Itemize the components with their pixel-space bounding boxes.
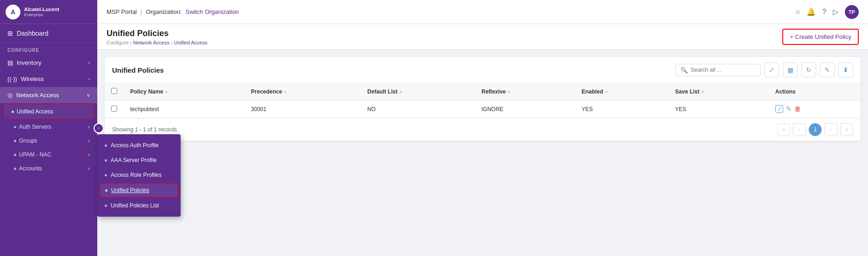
sort-default-list: ≡ [399,89,402,94]
col-save-list[interactable]: Save List ≡ [669,83,769,100]
sort-reflexive: ≡ [508,89,510,94]
submenu-unified-policies-list[interactable]: Unified Policies List [97,198,181,213]
sidebar: A Alcatel-Lucent Enterprise ‹ ⊞ Dashboar… [0,0,97,256]
groups-chevron: › [88,137,90,144]
search-icon[interactable]: ○ [795,8,800,16]
sidebar-item-network-access[interactable]: ◎ Network Access ∨ [0,87,97,103]
sort-policy-name: ≡ [165,89,168,94]
pagination: « ‹ 1 › » [777,123,853,136]
topbar: MSP Portal | Organization: Switch Organi… [97,0,868,24]
policies-table: Policy Name ≡ Precedence ≡ [105,83,861,118]
columns-icon-btn[interactable]: ▦ [783,62,798,77]
table-footer: Showing 1 - 1 of 1 records « ‹ 1 › » [105,118,861,141]
sidebar-network-access-label: Network Access [16,92,59,99]
sidebar-accounts-label: Accounts [19,165,42,172]
cell-default-list: NO [361,100,475,118]
cell-save-list: YES [669,100,769,118]
wireless-icon: ((·)) [7,75,17,82]
search-input[interactable] [691,67,755,73]
card-title: Unified Policies [112,66,164,74]
col-reflexive[interactable]: Reflexive ≡ [475,83,575,100]
bell-icon[interactable]: 🔔 [806,7,816,16]
upam-nac-chevron: › [88,151,90,158]
select-all-checkbox[interactable] [111,88,117,94]
select-all-header[interactable] [105,83,124,100]
action-delete-btn[interactable]: 🗑 [794,105,801,113]
help-icon[interactable]: ? [822,8,826,16]
collapse-button[interactable]: ‹ [94,123,104,133]
sidebar-wireless-label: Wireless [21,75,44,82]
inventory-chevron: › [88,60,90,65]
topbar-org-label: Organization: [146,8,182,15]
arrow-icon[interactable]: ▷ [833,7,838,16]
sidebar-item-auth-servers[interactable]: Auth Servers › [0,120,97,134]
search-box[interactable]: 🔍 [675,64,761,76]
sort-save-list: ≡ [701,89,704,94]
action-expand-btn[interactable]: ⤢ [775,105,783,113]
topbar-portal-label: MSP Portal [107,8,137,15]
network-access-chevron: ∨ [87,93,90,98]
pagination-prev[interactable]: ‹ [793,123,806,136]
expand-icon-btn[interactable]: ⤢ [764,62,779,77]
logo-icon: A [6,5,20,19]
groups-dot [14,140,16,142]
submenu-popup: Access Auth Profile AAA Server Profile A… [97,134,181,217]
topbar-right: ○ 🔔 ? ▷ TP [795,5,859,19]
pagination-page-1[interactable]: 1 [809,123,822,136]
sidebar-item-unified-access[interactable]: Unified Access [4,104,94,119]
content-area: Unified Policies 🔍 ⤢ ▦ ↻ ✎ ⬇ [97,50,868,256]
action-edit-btn[interactable]: ✎ [786,105,792,113]
unified-policies-dot [105,189,107,192]
sidebar-section-configure: CONFIGURE [0,43,97,55]
col-enabled[interactable]: Enabled ≡ [575,83,669,100]
col-actions: Actions [769,83,861,100]
sidebar-upam-nac-label: UPAM - NAC [19,151,51,158]
auth-servers-chevron: › [88,124,90,130]
sidebar-auth-servers-label: Auth Servers [19,124,51,130]
aaa-dot [105,159,107,162]
sidebar-groups-label: Groups [19,137,37,144]
logo-text: Alcatel-Lucent Enterprise [24,6,59,18]
pagination-first[interactable]: « [777,123,790,136]
sort-enabled: ≡ [605,89,608,94]
sidebar-unified-access-label: Unified Access [17,108,53,115]
search-icon: 🔍 [680,67,688,74]
accounts-dot [14,168,16,170]
cell-actions: ⤢ ✎ 🗑 [769,100,861,118]
network-access-icon: ◎ [7,92,13,99]
red-arrow-indicator: → [76,147,88,160]
page-title: Unified Policies [107,29,208,38]
col-policy-name[interactable]: Policy Name ≡ [124,83,245,100]
topbar-switch-org[interactable]: Switch Organization [185,8,239,15]
wireless-chevron: › [88,76,90,81]
sidebar-item-inventory[interactable]: ▤ Inventory › [0,55,97,71]
accounts-chevron: › [88,165,90,172]
user-avatar[interactable]: TP [845,5,859,19]
sidebar-item-dashboard[interactable]: ⊞ Dashboard [0,24,97,43]
col-default-list[interactable]: Default List ≡ [361,83,475,100]
sidebar-item-wireless[interactable]: ((·)) Wireless › [0,71,97,87]
table-header-row: Policy Name ≡ Precedence ≡ [105,83,861,100]
submenu-access-auth-profile[interactable]: Access Auth Profile [97,138,181,153]
pagination-next[interactable]: › [824,123,837,136]
page-header: Unified Policies Configure › Network Acc… [97,24,868,50]
col-precedence[interactable]: Precedence ≡ [245,83,361,100]
sidebar-item-groups[interactable]: Groups › [0,134,97,148]
cell-policy-name: techpubtest [124,100,245,118]
pagination-last[interactable]: » [840,123,853,136]
submenu-aaa-server-profile[interactable]: AAA Server Profile [97,153,181,168]
edit-icon-btn[interactable]: ✎ [820,62,835,77]
sidebar-inventory-label: Inventory [17,59,41,66]
page-header-left: Unified Policies Configure › Network Acc… [107,29,208,49]
card-header: Unified Policies 🔍 ⤢ ▦ ↻ ✎ ⬇ [105,57,861,83]
row-checkbox[interactable] [111,106,117,112]
create-unified-policy-button[interactable]: + Create Unified Policy [782,29,859,45]
row-checkbox-cell[interactable] [105,100,124,118]
submenu-access-role-profiles[interactable]: Access Role Profiles [97,168,181,182]
submenu-unified-policies[interactable]: Unified Policies [100,183,178,197]
main-content: MSP Portal | Organization: Switch Organi… [97,0,868,256]
refresh-icon-btn[interactable]: ↻ [801,62,816,77]
download-icon-btn[interactable]: ⬇ [838,62,853,77]
sidebar-item-accounts[interactable]: Accounts › [0,162,97,175]
policies-card: Unified Policies 🔍 ⤢ ▦ ↻ ✎ ⬇ [105,57,861,141]
